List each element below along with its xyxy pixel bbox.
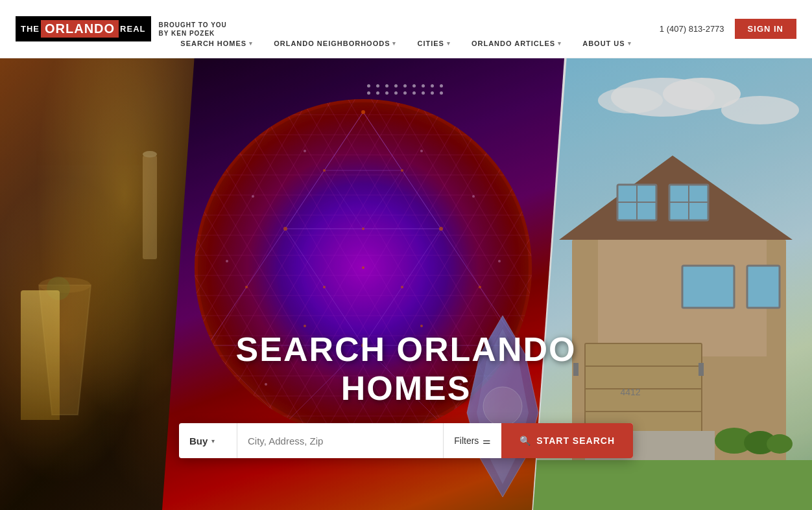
nav-orlando-neighborhoods[interactable]: ORLANDO NEIGHBORHOODS ▾ [263, 29, 407, 58]
buy-select[interactable]: Buy ▾ [179, 423, 237, 458]
buy-label: Buy [189, 435, 208, 446]
sign-in-button[interactable]: SIGN IN [735, 19, 796, 39]
svg-point-16 [245, 286, 248, 288]
dot [403, 91, 407, 95]
dot [403, 84, 407, 87]
svg-point-6 [283, 227, 287, 231]
search-icon: 🔍 [519, 435, 531, 446]
city-address-zip-input[interactable] [237, 423, 443, 458]
svg-point-24 [420, 150, 423, 152]
chevron-down-icon: ▾ [558, 40, 562, 47]
chevron-down-icon: ▾ [249, 40, 253, 47]
svg-point-3 [47, 277, 70, 300]
nav-cities-label: CITIES [417, 40, 444, 47]
dot [422, 84, 425, 87]
svg-point-22 [362, 266, 364, 269]
dot [367, 91, 370, 95]
svg-point-38 [721, 96, 799, 124]
filters-button[interactable]: Filters ⚌ [443, 423, 501, 458]
logo-the: THE [21, 24, 40, 34]
dot [394, 91, 398, 95]
start-search-label: START SEARCH [536, 435, 615, 446]
svg-point-17 [479, 286, 481, 288]
nav-orlando-articles[interactable]: ORLANDO ARTICLES ▾ [461, 29, 572, 58]
search-bar: Buy ▾ Filters ⚌ 🔍 START SEARCH [179, 423, 633, 458]
chevron-down-icon: ▾ [447, 40, 451, 47]
svg-point-21 [420, 325, 423, 327]
svg-point-27 [226, 260, 228, 262]
hero-title: SEARCH ORLANDO HOMES [179, 330, 633, 408]
filters-label: Filters [454, 435, 479, 446]
nav-search-homes-label: SEARCH HOMES [180, 40, 246, 47]
svg-point-59 [767, 434, 793, 454]
header-right: 1 (407) 813-2773 SIGN IN [660, 19, 796, 39]
svg-point-5 [361, 110, 365, 114]
logo[interactable]: THE ORLANDO REAL [16, 16, 151, 41]
nav-cities[interactable]: CITIES ▾ [407, 29, 460, 58]
svg-point-23 [304, 150, 306, 152]
svg-point-25 [252, 195, 254, 198]
tagline-line1: BROUGHT TO YOU [159, 21, 227, 29]
main-nav: SEARCH HOMES ▾ ORLANDO NEIGHBORHOODS ▾ C… [170, 29, 641, 58]
svg-point-26 [472, 195, 475, 198]
hero-section: 4412 [0, 58, 812, 510]
nav-orlando-neighborhoods-label: ORLANDO NEIGHBORHOODS [274, 40, 390, 47]
svg-rect-48 [682, 266, 734, 308]
svg-point-19 [401, 286, 403, 288]
dot [422, 91, 425, 95]
svg-point-37 [598, 87, 663, 113]
logo-orlando: ORLANDO [41, 20, 119, 38]
chevron-down-icon: ▾ [392, 40, 396, 47]
svg-rect-0 [143, 156, 157, 259]
header: THE ORLANDO REAL BROUGHT TO YOU BY KEN P… [0, 0, 812, 58]
filters-icon: ⚌ [483, 435, 491, 446]
svg-point-18 [323, 286, 326, 288]
dot-decoration [367, 84, 445, 95]
dot [394, 84, 398, 87]
dot [431, 91, 434, 95]
hero-content: SEARCH ORLANDO HOMES Buy ▾ Filters ⚌ 🔍 S… [179, 330, 633, 458]
svg-rect-61 [699, 363, 704, 376]
nav-about-us[interactable]: ABOUT US ▾ [572, 29, 641, 58]
nav-orlando-articles-label: ORLANDO ARTICLES [472, 40, 555, 47]
chevron-down-icon: ▾ [211, 437, 215, 445]
dot [376, 84, 379, 87]
chevron-down-icon: ▾ [628, 40, 632, 47]
svg-point-1 [143, 151, 157, 157]
svg-rect-56 [533, 460, 812, 510]
phone-number: 1 (407) 813-2773 [660, 24, 724, 34]
dot [412, 84, 416, 87]
dot [412, 91, 416, 95]
logo-real: REAL [120, 24, 145, 34]
start-search-button[interactable]: 🔍 START SEARCH [501, 423, 633, 458]
dot [440, 84, 443, 87]
dot [431, 84, 434, 87]
svg-point-7 [439, 227, 443, 231]
nav-search-homes[interactable]: SEARCH HOMES ▾ [170, 29, 263, 58]
svg-point-28 [498, 260, 501, 262]
svg-point-14 [401, 169, 403, 172]
dot [440, 91, 443, 95]
dot [376, 91, 379, 95]
svg-point-15 [362, 227, 364, 230]
nav-about-us-label: ABOUT US [582, 40, 625, 47]
svg-point-13 [323, 169, 326, 172]
svg-rect-49 [747, 266, 780, 308]
dot [385, 84, 388, 87]
dot [385, 91, 388, 95]
dot [367, 84, 370, 87]
svg-point-20 [304, 325, 306, 327]
